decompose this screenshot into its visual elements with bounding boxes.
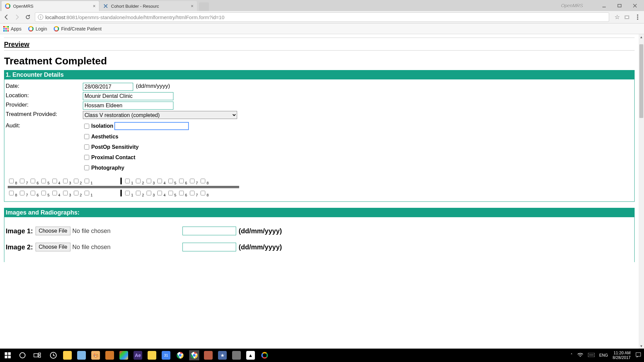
browser-tab-inactive[interactable]: Cohort Builder - Resourc × bbox=[100, 1, 197, 11]
tooth-checkbox[interactable] bbox=[85, 179, 89, 183]
treatment-select[interactable]: Class V restoration (completed) bbox=[83, 111, 237, 119]
svg-rect-14 bbox=[34, 354, 38, 357]
calendar-icon[interactable]: 31 bbox=[161, 350, 171, 360]
audit-proximal-checkbox[interactable] bbox=[84, 155, 89, 160]
action-center-icon[interactable] bbox=[635, 352, 641, 359]
audit-postop-checkbox[interactable] bbox=[84, 144, 89, 149]
tooth-checkbox[interactable] bbox=[157, 179, 162, 183]
wifi-icon[interactable] bbox=[577, 353, 583, 358]
taskbar-clock[interactable]: 11:20 AM 8/28/2017 bbox=[613, 351, 631, 360]
vertical-scrollbar[interactable]: ▲ ▼ bbox=[639, 34, 644, 349]
tooth-checkbox[interactable] bbox=[20, 179, 24, 183]
tooth-checkbox[interactable] bbox=[85, 191, 89, 195]
image2-choose-button[interactable]: Choose File bbox=[36, 243, 70, 251]
start-button[interactable] bbox=[3, 350, 13, 360]
window-minimize-button[interactable] bbox=[596, 1, 612, 11]
scrollbar-thumb[interactable] bbox=[639, 44, 643, 118]
tooth-checkbox[interactable] bbox=[9, 191, 14, 195]
provider-input[interactable] bbox=[83, 102, 173, 110]
tooth-checkbox[interactable] bbox=[74, 179, 78, 183]
browser-tab-active[interactable]: OpenMRS × bbox=[2, 1, 99, 11]
keyboard-icon[interactable] bbox=[588, 353, 595, 358]
tooth-checkbox[interactable] bbox=[125, 191, 130, 195]
tooth-checkbox[interactable] bbox=[147, 191, 151, 195]
extension-icon[interactable] bbox=[623, 13, 631, 21]
photos-icon[interactable]: ▲ bbox=[246, 350, 256, 360]
app-icon[interactable]: ★ bbox=[217, 350, 227, 360]
tooth-cell: 3 bbox=[145, 190, 155, 196]
tooth-checkbox[interactable] bbox=[190, 179, 195, 183]
window-maximize-button[interactable] bbox=[612, 1, 627, 11]
tooth-checkbox[interactable] bbox=[63, 179, 68, 183]
tooth-checkbox[interactable] bbox=[41, 191, 46, 195]
scroll-down-arrow-icon[interactable]: ▼ bbox=[639, 343, 644, 349]
tray-overflow-icon[interactable]: ˄ bbox=[571, 353, 573, 358]
tooth-checkbox[interactable] bbox=[9, 179, 14, 183]
tooth-checkbox[interactable] bbox=[179, 179, 184, 183]
chrome-menu-icon[interactable] bbox=[634, 13, 641, 21]
language-indicator[interactable]: ENG bbox=[599, 353, 608, 358]
svg-rect-9 bbox=[5, 352, 7, 355]
new-tab-button[interactable] bbox=[199, 2, 209, 11]
paint-icon[interactable]: 🎨 bbox=[91, 350, 101, 360]
close-tab-icon[interactable]: × bbox=[191, 3, 194, 9]
bookmark-login[interactable]: Login bbox=[28, 26, 47, 32]
audit-aesthetics-checkbox[interactable] bbox=[84, 134, 89, 139]
chrome-active-icon[interactable] bbox=[189, 350, 199, 360]
audit-photography-checkbox[interactable] bbox=[84, 165, 89, 170]
chrome-icon[interactable] bbox=[175, 350, 185, 360]
taskbar-clock-icon[interactable] bbox=[48, 350, 58, 360]
after-effects-icon[interactable]: Ae bbox=[133, 350, 143, 360]
audit-isolation-input[interactable] bbox=[115, 122, 189, 130]
app-icon[interactable] bbox=[119, 350, 129, 360]
tooth-checkbox[interactable] bbox=[168, 179, 173, 183]
tooth-checkbox[interactable] bbox=[74, 191, 78, 195]
bookmark-find-patient[interactable]: Find/Create Patient bbox=[54, 26, 102, 32]
reload-button[interactable] bbox=[24, 13, 32, 21]
tooth-checkbox[interactable] bbox=[41, 179, 46, 183]
window-close-button[interactable] bbox=[627, 1, 643, 11]
app-icon[interactable] bbox=[231, 350, 241, 360]
tooth-checkbox[interactable] bbox=[179, 191, 184, 195]
tooth-checkbox[interactable] bbox=[136, 179, 141, 183]
app-icon[interactable] bbox=[203, 350, 213, 360]
image1-date-input[interactable] bbox=[182, 227, 236, 235]
tooth-checkbox[interactable] bbox=[190, 191, 195, 195]
audit-isolation-checkbox[interactable] bbox=[84, 124, 89, 129]
tooth-checkbox[interactable] bbox=[201, 179, 205, 183]
tooth-checkbox[interactable] bbox=[157, 191, 162, 195]
back-button[interactable] bbox=[3, 13, 10, 21]
tooth-checkbox[interactable] bbox=[125, 179, 130, 183]
location-label: Location: bbox=[6, 92, 83, 99]
bookmark-star-icon[interactable]: ☆ bbox=[614, 13, 620, 21]
apps-shortcut[interactable]: Apps bbox=[3, 26, 21, 32]
tooth-checkbox[interactable] bbox=[31, 179, 35, 183]
tooth-checkbox[interactable] bbox=[20, 191, 24, 195]
forward-button[interactable] bbox=[13, 13, 21, 21]
tooth-checkbox[interactable] bbox=[63, 191, 68, 195]
encounter-date-input[interactable] bbox=[83, 83, 133, 91]
app-icon[interactable] bbox=[260, 350, 270, 360]
app-icon[interactable] bbox=[147, 350, 157, 360]
image2-date-input[interactable] bbox=[182, 243, 236, 251]
cortana-button[interactable] bbox=[17, 350, 28, 360]
tooth-checkbox[interactable] bbox=[136, 191, 141, 195]
image2-filename: No file chosen bbox=[72, 244, 180, 251]
notepad-icon[interactable] bbox=[76, 350, 87, 360]
scroll-up-arrow-icon[interactable]: ▲ bbox=[639, 34, 644, 40]
close-tab-icon[interactable]: × bbox=[93, 3, 96, 9]
tooth-checkbox[interactable] bbox=[147, 179, 151, 183]
tooth-checkbox[interactable] bbox=[52, 179, 57, 183]
address-bar[interactable]: i localhost:8081/openmrs-standalone/modu… bbox=[35, 12, 609, 22]
tooth-checkbox[interactable] bbox=[52, 191, 57, 195]
image1-choose-button[interactable]: Choose File bbox=[36, 227, 70, 235]
tooth-checkbox[interactable] bbox=[31, 191, 35, 195]
tooth-checkbox[interactable] bbox=[201, 191, 205, 195]
tooth-checkbox[interactable] bbox=[168, 191, 173, 195]
audit-item: PostOp Sensitivity bbox=[83, 143, 189, 150]
task-view-button[interactable] bbox=[32, 350, 42, 360]
location-input[interactable] bbox=[83, 92, 173, 100]
file-explorer-icon[interactable] bbox=[62, 350, 72, 360]
site-info-icon[interactable]: i bbox=[38, 14, 43, 20]
app-icon[interactable] bbox=[105, 350, 115, 360]
